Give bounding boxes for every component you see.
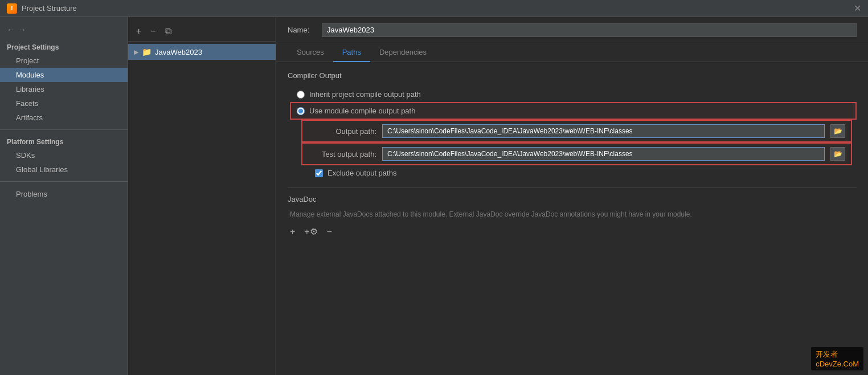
exclude-label: Exclude output paths: [327, 169, 396, 177]
sidebar-item-global-libraries[interactable]: Global Libraries: [0, 162, 128, 177]
inherit-radio-option: Inherit project compile output path: [297, 87, 857, 102]
nav-back-button[interactable]: ←: [7, 25, 15, 34]
sidebar: ← → Project Settings Project Modules Lib…: [0, 17, 128, 375]
remove-module-button[interactable]: −: [148, 25, 158, 38]
use-module-radio-option: Use module compile output path: [290, 102, 857, 120]
name-row: Name:: [276, 17, 868, 43]
app-icon: I: [7, 3, 17, 14]
output-path-input[interactable]: [382, 124, 825, 138]
sidebar-nav: ← →: [0, 22, 128, 38]
test-output-path-row: Test output path: 📂: [301, 142, 852, 165]
sidebar-item-project[interactable]: Project: [0, 54, 128, 68]
javadoc-toolbar: + +⚙ −: [288, 223, 857, 241]
content-body: Compiler Output Inherit project compile …: [276, 62, 868, 250]
copy-module-button[interactable]: ⧉: [163, 25, 174, 38]
name-label: Name:: [288, 26, 316, 34]
titlebar-title: Project Structure: [22, 4, 77, 13]
test-output-path-label: Test output path:: [308, 150, 376, 158]
use-module-radio-label: Use module compile output path: [309, 107, 415, 115]
content-panel: Name: Sources Paths Dependencies Compile…: [276, 17, 868, 375]
javadoc-title: JavaDoc: [288, 195, 857, 203]
close-button[interactable]: ✕: [854, 3, 861, 14]
module-toolbar: + − ⧉: [128, 22, 276, 42]
titlebar: I Project Structure ✕: [0, 0, 868, 17]
expand-icon: ▶: [134, 48, 138, 56]
test-output-path-browse-button[interactable]: 📂: [830, 147, 845, 161]
sidebar-item-modules[interactable]: Modules: [0, 68, 128, 82]
javadoc-section: JavaDoc Manage external JavaDocs attache…: [288, 195, 857, 241]
tabs-row: Sources Paths Dependencies: [276, 43, 868, 62]
output-path-row: Output path: 📂: [301, 120, 852, 142]
project-settings-header: Project Settings: [0, 40, 128, 54]
folder-icon: 📁: [142, 47, 152, 56]
javadoc-remove-button[interactable]: −: [325, 226, 334, 238]
test-output-path-input[interactable]: [382, 147, 825, 161]
compiler-output-title: Compiler Output: [288, 71, 857, 80]
tab-paths[interactable]: Paths: [333, 43, 370, 62]
inherit-radio-label: Inherit project compile output path: [309, 90, 421, 99]
sidebar-divider-2: [0, 181, 128, 182]
inherit-radio-input[interactable]: [297, 91, 305, 99]
tab-sources[interactable]: Sources: [288, 43, 333, 62]
sidebar-item-sdks[interactable]: SDKs: [0, 148, 128, 162]
add-module-button[interactable]: +: [134, 25, 144, 38]
sidebar-item-facets[interactable]: Facets: [0, 96, 128, 111]
name-input[interactable]: [322, 23, 857, 37]
tab-dependencies[interactable]: Dependencies: [370, 43, 436, 62]
sidebar-divider: [0, 129, 128, 130]
output-path-browse-button[interactable]: 📂: [830, 124, 845, 138]
titlebar-left: I Project Structure: [7, 3, 77, 14]
module-item-javaweb2023[interactable]: ▶ 📁 JavaWeb2023: [128, 44, 276, 60]
sidebar-item-problems[interactable]: Problems: [0, 186, 128, 202]
javadoc-description: Manage external JavaDocs attached to thi…: [290, 210, 857, 218]
exclude-checkbox[interactable]: [315, 169, 323, 177]
module-name-label: JavaWeb2023: [155, 48, 202, 56]
sidebar-item-artifacts[interactable]: Artifacts: [0, 111, 128, 125]
output-path-label: Output path:: [308, 127, 376, 136]
use-module-radio-input[interactable]: [297, 107, 305, 115]
module-panel: + − ⧉ ▶ 📁 JavaWeb2023: [128, 17, 276, 375]
sidebar-item-libraries[interactable]: Libraries: [0, 82, 128, 96]
main-layout: ← → Project Settings Project Modules Lib…: [0, 17, 868, 375]
compiler-output-section: Compiler Output Inherit project compile …: [288, 71, 857, 181]
platform-settings-header: Platform Settings: [0, 134, 128, 148]
javadoc-add-with-settings-button[interactable]: +⚙: [302, 225, 320, 238]
javadoc-add-button[interactable]: +: [288, 226, 297, 238]
exclude-checkbox-row: Exclude output paths: [315, 165, 857, 181]
nav-forward-button[interactable]: →: [18, 25, 26, 34]
section-divider: [288, 188, 857, 188]
